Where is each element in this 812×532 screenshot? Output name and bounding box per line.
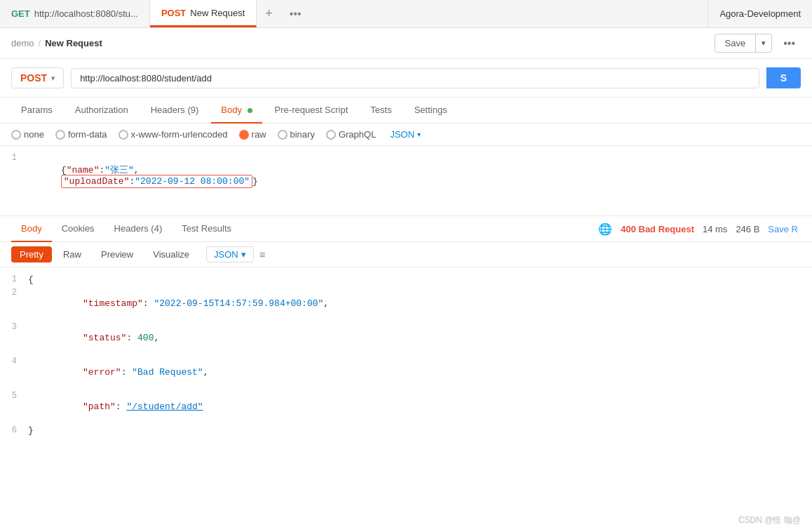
save-response-button[interactable]: Save R bbox=[768, 224, 798, 234]
breadcrumb-parent[interactable]: demo bbox=[11, 38, 34, 48]
body-type-binary[interactable]: binary bbox=[278, 129, 315, 140]
res-line-num-5: 5 bbox=[0, 391, 28, 401]
radio-none bbox=[11, 130, 21, 140]
tab-get-method: GET bbox=[11, 8, 30, 19]
res-content-3: "status": 400, bbox=[28, 322, 159, 354]
res-line-num-1: 1 bbox=[0, 274, 28, 284]
body-type-row: none form-data x-www-form-urlencoded raw… bbox=[0, 124, 812, 146]
res-tab-body[interactable]: Body bbox=[11, 216, 52, 242]
format-pretty[interactable]: Pretty bbox=[11, 246, 52, 262]
save-button-label: Save bbox=[715, 34, 757, 52]
tab-get[interactable]: GET http://localhost:8080/stu... bbox=[0, 0, 150, 27]
url-input[interactable] bbox=[71, 68, 759, 88]
watermark: CSDN @怪 咖@ bbox=[738, 514, 801, 526]
filter-icon[interactable]: ≡ bbox=[259, 248, 266, 260]
tab-headers[interactable]: Headers (9) bbox=[141, 98, 209, 124]
radio-binary bbox=[278, 130, 287, 140]
res-content-4: "error": "Bad Request", bbox=[28, 357, 208, 388]
response-status: 400 Bad Request bbox=[621, 224, 694, 234]
response-json-arrow: ▾ bbox=[241, 249, 246, 260]
tab-body[interactable]: Body bbox=[211, 98, 262, 124]
method-arrow: ▾ bbox=[51, 74, 55, 82]
format-raw[interactable]: Raw bbox=[55, 246, 90, 262]
format-visualize[interactable]: Visualize bbox=[144, 246, 198, 262]
request-tabs: Params Authorization Headers (9) Body Pr… bbox=[0, 98, 812, 124]
breadcrumb-separator: / bbox=[39, 38, 41, 48]
radio-form-data bbox=[55, 130, 65, 140]
request-body-editor[interactable]: 1 {"name":"张三", "uploadDate":"2022-09-12… bbox=[0, 146, 812, 216]
response-time: 14 ms bbox=[703, 224, 727, 234]
tab-tests[interactable]: Tests bbox=[360, 98, 401, 124]
more-options-button[interactable]: ••• bbox=[778, 34, 801, 53]
line-number-1: 1 bbox=[0, 153, 28, 163]
tab-bar: GET http://localhost:8080/stu... POST Ne… bbox=[0, 0, 812, 28]
response-format-row: Pretty Raw Preview Visualize JSON ▾ ≡ bbox=[0, 242, 812, 267]
breadcrumb-actions: Save ▾ ••• bbox=[715, 34, 801, 53]
code-line-1: 1 {"name":"张三", "uploadDate":"2022-09-12… bbox=[0, 152, 812, 199]
res-line-num-3: 3 bbox=[0, 322, 28, 332]
method-label: POST bbox=[20, 72, 47, 84]
tab-pre-request[interactable]: Pre-request Script bbox=[265, 98, 358, 124]
res-line-1: 1 { bbox=[0, 273, 812, 286]
tab-post[interactable]: POST New Request bbox=[150, 0, 257, 27]
body-type-graphql[interactable]: GraphQL bbox=[326, 129, 376, 140]
save-button-arrow[interactable]: ▾ bbox=[756, 35, 771, 51]
save-button[interactable]: Save ▾ bbox=[715, 34, 773, 53]
tab-post-method: POST bbox=[161, 8, 186, 18]
response-body: 1 { 2 "timestamp": "2022-09-15T14:57:59.… bbox=[0, 267, 812, 443]
tab-get-label: http://localhost:8080/stu... bbox=[34, 8, 138, 19]
res-tab-cookies[interactable]: Cookies bbox=[52, 216, 104, 242]
tab-params[interactable]: Params bbox=[11, 98, 62, 124]
tab-post-label: New Request bbox=[190, 8, 245, 18]
response-tabs-bar: Body Cookies Headers (4) Test Results 🌐 … bbox=[0, 216, 812, 242]
res-line-num-4: 4 bbox=[0, 357, 28, 366]
json-format-label: JSON bbox=[390, 129, 414, 140]
breadcrumb-bar: demo / New Request Save ▾ ••• bbox=[0, 28, 812, 59]
res-line-num-2: 2 bbox=[0, 288, 28, 298]
res-line-2: 2 "timestamp": "2022-09-15T14:57:59.984+… bbox=[0, 286, 812, 321]
tab-authorization[interactable]: Authorization bbox=[65, 98, 138, 124]
res-line-6: 6 } bbox=[0, 424, 812, 437]
response-meta: 🌐 400 Bad Request 14 ms 246 B Save R bbox=[598, 222, 801, 236]
res-content-5: "path": "/student/add" bbox=[28, 391, 203, 423]
res-content-1: { bbox=[28, 274, 34, 285]
res-tab-test-results[interactable]: Test Results bbox=[172, 216, 241, 242]
res-tab-headers[interactable]: Headers (4) bbox=[104, 216, 172, 242]
response-json-select[interactable]: JSON ▾ bbox=[206, 246, 254, 262]
code-content-1: {"name":"张三", "uploadDate":"2022-09-12 0… bbox=[28, 153, 258, 197]
method-select[interactable]: POST ▾ bbox=[11, 67, 64, 88]
radio-raw bbox=[239, 130, 249, 140]
body-type-raw[interactable]: raw bbox=[239, 129, 266, 140]
radio-graphql bbox=[326, 130, 336, 140]
tab-settings[interactable]: Settings bbox=[405, 98, 457, 124]
radio-urlencoded bbox=[119, 130, 128, 140]
res-line-num-6: 6 bbox=[0, 425, 28, 435]
globe-icon: 🌐 bbox=[598, 222, 612, 236]
res-line-3: 3 "status": 400, bbox=[0, 321, 812, 355]
body-type-none[interactable]: none bbox=[11, 129, 44, 140]
send-button[interactable]: S bbox=[766, 67, 801, 88]
json-format-arrow: ▾ bbox=[417, 131, 421, 138]
body-dot bbox=[248, 108, 252, 113]
res-line-5: 5 "path": "/student/add" bbox=[0, 390, 812, 424]
response-size: 246 B bbox=[736, 224, 759, 234]
new-tab-button[interactable]: + bbox=[257, 0, 281, 27]
breadcrumb-current: New Request bbox=[45, 38, 102, 48]
body-type-urlencoded[interactable]: x-www-form-urlencoded bbox=[119, 129, 228, 140]
tabs-more-button[interactable]: ••• bbox=[281, 0, 310, 27]
format-preview[interactable]: Preview bbox=[93, 246, 142, 262]
body-type-form-data[interactable]: form-data bbox=[55, 129, 107, 140]
url-bar: POST ▾ S bbox=[0, 59, 812, 98]
res-content-6: } bbox=[28, 425, 34, 436]
breadcrumb: demo / New Request bbox=[11, 38, 102, 48]
res-content-2: "timestamp": "2022-09-15T14:57:59.984+00… bbox=[28, 288, 329, 319]
workspace-name: Agora-Development bbox=[719, 8, 801, 19]
res-line-4: 4 "error": "Bad Request", bbox=[0, 355, 812, 390]
response-json-label: JSON bbox=[214, 249, 238, 260]
json-format-select[interactable]: JSON ▾ bbox=[390, 129, 421, 140]
